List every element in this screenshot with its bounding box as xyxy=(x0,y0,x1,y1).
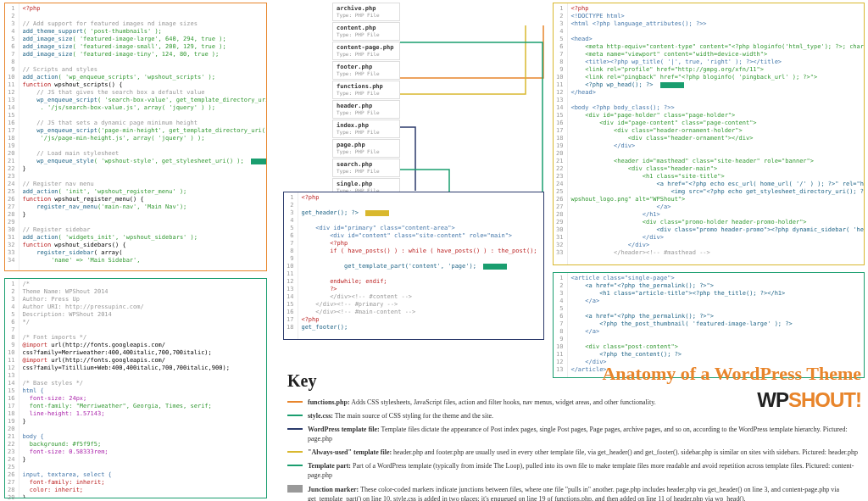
key-heading: Key xyxy=(287,371,864,391)
junction-marker-green xyxy=(660,82,684,88)
page-source: <?php get_header(); ?> <div id="primary"… xyxy=(298,192,543,339)
functions-source: <?php // Add support for featured images… xyxy=(19,3,266,270)
file-item: footer.phpType: PHP File xyxy=(332,61,400,80)
junction-marker-yellow xyxy=(365,210,389,216)
file-item: search.phpType: PHP File xyxy=(332,159,400,177)
key-swatch-gray xyxy=(287,485,303,493)
key-item: style.css: The main source of CSS stylin… xyxy=(287,411,864,420)
file-item: header.phpType: PHP File xyxy=(332,100,400,119)
line-gutter: 123456789101112131415161718 xyxy=(284,192,298,339)
key-swatch-yellow xyxy=(287,451,303,453)
file-item: content-page.phpType: PHP File xyxy=(332,42,400,60)
file-item: content.phpType: PHP File xyxy=(332,22,400,41)
line-gutter: 1234567891011121314151617181920212223242… xyxy=(554,3,568,264)
junction-marker-green xyxy=(483,264,507,270)
key-legend: Key functions.php: Adds CSS stylesheets,… xyxy=(287,371,864,501)
key-swatch-orange xyxy=(287,401,303,403)
key-swatch-green2 xyxy=(287,465,303,466)
style-css-panel: 1234567891011121314151617181920212223242… xyxy=(4,278,267,498)
header-php-panel: 1234567891011121314151617181920212223242… xyxy=(553,3,865,265)
file-item: archive.phpType: PHP File xyxy=(332,3,400,21)
file-item: index.phpType: PHP File xyxy=(332,120,400,138)
page-php-panel: 123456789101112131415161718 <?php get_he… xyxy=(283,192,544,340)
key-item: Template part: Part of a WordPress templ… xyxy=(287,461,864,480)
key-swatch-green xyxy=(287,415,303,416)
style-source: /* Theme Name: WPShout 2014 Author: Pres… xyxy=(19,279,266,498)
functions-php-panel: 1234567891011121314151617181920212223242… xyxy=(4,3,267,271)
key-item: WordPress template file: Template files … xyxy=(287,425,864,443)
key-item: functions.php: Adds CSS stylesheets, Jav… xyxy=(287,398,864,407)
key-swatch-navy xyxy=(287,428,303,430)
line-gutter: 12345678910111213 xyxy=(554,273,568,377)
header-source: <?php <!DOCTYPE html> <html <?php langua… xyxy=(568,3,864,264)
content-page-source: <article class="single-page"> <a href="<… xyxy=(568,273,864,377)
file-list: archive.phpType: PHP File content.phpTyp… xyxy=(332,3,400,217)
file-item: page.phpType: PHP File xyxy=(332,139,400,158)
junction-marker-green xyxy=(251,159,266,164)
line-gutter: 1234567891011121314151617181920212223242… xyxy=(5,279,19,498)
file-item: functions.phpType: PHP File xyxy=(332,81,400,99)
line-gutter: 1234567891011121314151617181920212223242… xyxy=(5,3,19,270)
key-item-junction: Junction marker: These color-coded marke… xyxy=(287,485,864,501)
key-item: "Always-used" template file: header.php … xyxy=(287,448,864,457)
